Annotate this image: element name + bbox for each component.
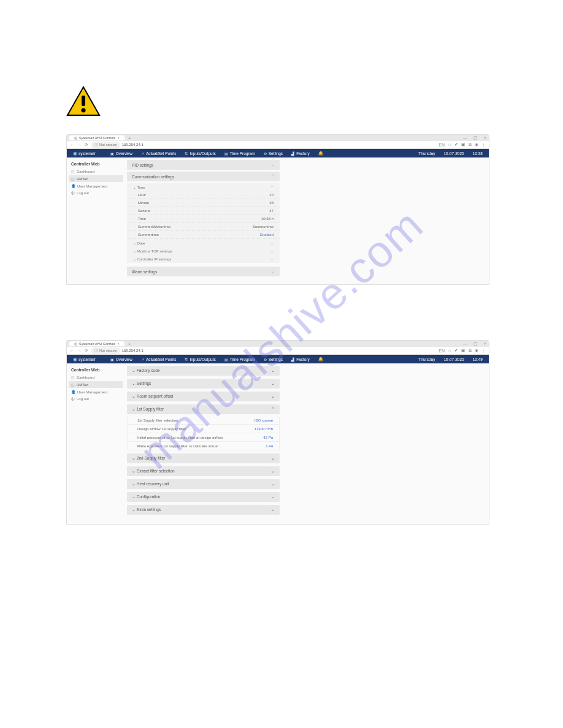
close-icon[interactable]: × <box>117 136 120 140</box>
shield-check-icon[interactable]: ✔ <box>454 348 458 353</box>
tab-favicon: ◎ <box>74 342 77 346</box>
panel-pid[interactable]: PID settings⌄ <box>127 160 280 170</box>
sidebar-item-logout[interactable]: ⏻Log out <box>69 190 123 196</box>
sidebar-item-logout[interactable]: ⏻Log out <box>69 396 123 402</box>
extension-icon[interactable]: ▣ <box>461 348 465 353</box>
warning-icon <box>66 86 563 119</box>
maximize-icon[interactable]: ▢ <box>473 135 478 140</box>
reload-icon[interactable]: ⟳ <box>85 348 88 353</box>
nav-io[interactable]: ⇆Inputs/Outputs <box>185 151 215 156</box>
main-nav: ◉ systemair ▣Overview ↗Actual/Set Points… <box>67 355 489 363</box>
panel-factory-settings[interactable]: ⌄ Settings⌄ <box>127 379 280 389</box>
sidebar-item-usermgmt[interactable]: 👤User Management <box>69 389 123 395</box>
tab-strip-icon[interactable]: ⧉ <box>469 142 472 147</box>
setpoints-icon: ↗ <box>141 357 144 362</box>
panel-room-offset[interactable]: ⌄ Room setpoint offset⌄ <box>127 392 280 401</box>
chevron-up-icon: ⌃ <box>270 185 274 189</box>
minimize-icon[interactable]: — <box>463 135 467 140</box>
nav-time: 10:49 <box>473 357 483 362</box>
shield-check-icon[interactable]: ✔ <box>454 142 458 147</box>
sidebar: Controller Web ◫Dashboard ◫HMTec 👤User M… <box>67 160 123 278</box>
nav-factory[interactable]: ▟Factory <box>291 357 310 362</box>
sidebar-item-hmtec[interactable]: ◫HMTec <box>69 175 123 182</box>
close-icon[interactable]: × <box>117 342 120 346</box>
calendar-icon: ▤ <box>224 357 228 362</box>
url-field[interactable]: ⓘ Not secure 169.254.24.1 <box>91 347 144 354</box>
io-icon: ⇆ <box>185 357 188 362</box>
bell-icon[interactable]: 🔔 <box>318 357 323 362</box>
panel-extract-filter[interactable]: ⌄ Extract filter selection⌄ <box>127 466 280 476</box>
panel-supply2[interactable]: ⌄ 2nd Supply filter⌄ <box>127 453 280 463</box>
nav-overview[interactable]: ▣Overview <box>110 357 132 362</box>
chevron-down-icon: ⌄ <box>271 495 275 499</box>
menu-icon[interactable]: ⋮ <box>481 142 486 147</box>
panel-config[interactable]: ⌄ Configuration⌄ <box>127 492 280 502</box>
back-icon[interactable]: ← <box>70 143 74 147</box>
panel-hru[interactable]: ⌄ Heat recovery unit⌄ <box>127 479 280 489</box>
nav-io[interactable]: ⇆Inputs/Outputs <box>185 357 215 362</box>
sidebar: Controller Web ◫Dashboard ◫HMTec 👤User M… <box>67 366 123 518</box>
forward-icon[interactable]: → <box>77 349 82 353</box>
menu-icon[interactable]: ⋮ <box>481 348 486 353</box>
profile-icon[interactable]: ◉ <box>475 142 478 147</box>
panel-extra[interactable]: ⌄ Extra settings⌄ <box>127 505 280 515</box>
user-icon: 👤 <box>71 390 75 394</box>
nav-date: 16-07-2020 <box>443 151 464 156</box>
bell-icon[interactable]: 🔔 <box>318 151 323 156</box>
url-field[interactable]: ⓘ Not secure 169.254.24.1 <box>91 142 144 148</box>
chevron-down-icon: ⌄ <box>271 469 275 474</box>
close-window-icon[interactable]: × <box>484 135 486 140</box>
sidebar-heading: Controller Web <box>71 368 123 372</box>
extension-icon[interactable]: ▣ <box>461 142 465 147</box>
nav-setpoints[interactable]: ↗Actual/Set Points <box>141 151 177 156</box>
forward-icon[interactable]: → <box>77 143 82 147</box>
translate-icon[interactable]: EN <box>439 349 445 353</box>
maximize-icon[interactable]: ▢ <box>473 341 478 346</box>
browser-window-factory: ◎ Systemair AHU Controls × + — ▢ × ← → ⟳… <box>66 340 489 525</box>
new-tab-icon[interactable]: + <box>128 341 131 347</box>
translate-icon[interactable]: EN <box>439 143 445 147</box>
browser-tab[interactable]: ◎ Systemair AHU Controls × <box>69 135 124 140</box>
chevron-down-icon: ⌄ <box>270 241 274 245</box>
nav-time[interactable]: ▤Time Program <box>224 357 255 362</box>
nav-time[interactable]: ▤Time Program <box>224 151 255 156</box>
nav-factory[interactable]: ▟Factory <box>291 151 310 156</box>
subpanel-time[interactable]: ⌄ Time⌃ <box>127 183 280 191</box>
subpanel-ip[interactable]: ⌄ Controller IP settings⌄ <box>127 255 280 263</box>
sidebar-item-dashboard[interactable]: ◫Dashboard <box>69 168 123 175</box>
panel-comm[interactable]: Communication settings⌃ <box>127 172 280 181</box>
nav-day: Thursday <box>418 151 435 156</box>
brand[interactable]: ◉ systemair <box>73 357 96 362</box>
tab-strip-icon[interactable]: ⧉ <box>469 348 472 353</box>
panel-supply1[interactable]: ⌄ 1st Supply filter⌃ <box>127 404 280 414</box>
sidebar-item-dashboard[interactable]: ◫Dashboard <box>69 374 123 381</box>
new-tab-icon[interactable]: + <box>128 135 131 141</box>
subpanel-date[interactable]: ⌄ Date⌄ <box>127 239 280 247</box>
browser-tab[interactable]: ◎ Systemair AHU Controls × <box>69 341 124 346</box>
star-icon[interactable]: ☆ <box>448 142 451 147</box>
reload-icon[interactable]: ⟳ <box>85 142 88 147</box>
chevron-up-icon: ⌃ <box>271 174 275 179</box>
panel-alarm[interactable]: Alarm settings⌄ <box>127 267 280 276</box>
nav-setpoints[interactable]: ↗Actual/Set Points <box>141 357 177 362</box>
overview-icon: ▣ <box>110 151 114 156</box>
nav-overview[interactable]: ▣Overview <box>110 151 132 156</box>
panel-factory-code[interactable]: ⌄ Factory code⌄ <box>127 366 280 376</box>
factory-icon: ▟ <box>291 357 294 362</box>
nav-settings[interactable]: ⚙Settings <box>264 151 283 156</box>
profile-icon[interactable]: ◉ <box>475 348 478 353</box>
overview-icon: ▣ <box>110 357 114 362</box>
close-window-icon[interactable]: × <box>484 341 486 346</box>
sidebar-item-usermgmt[interactable]: 👤User Management <box>69 183 123 189</box>
chevron-down-icon: ⌄ <box>271 368 275 373</box>
url-bar: ← → ⟳ ⓘ Not secure 169.254.24.1 EN ☆ ✔ ▣… <box>67 141 489 149</box>
subpanel-modbus[interactable]: ⌄ Modbus TCP settings⌄ <box>127 247 280 255</box>
back-icon[interactable]: ← <box>70 349 74 353</box>
brand[interactable]: ◉ systemair <box>73 151 96 156</box>
calendar-icon: ▤ <box>224 151 228 156</box>
minimize-icon[interactable]: — <box>463 341 467 346</box>
star-icon[interactable]: ☆ <box>448 348 451 353</box>
nav-settings[interactable]: ⚙Settings <box>264 357 283 362</box>
sidebar-item-hmtec[interactable]: ◫HMTec <box>69 381 123 388</box>
nav-time: 10:38 <box>473 151 483 156</box>
